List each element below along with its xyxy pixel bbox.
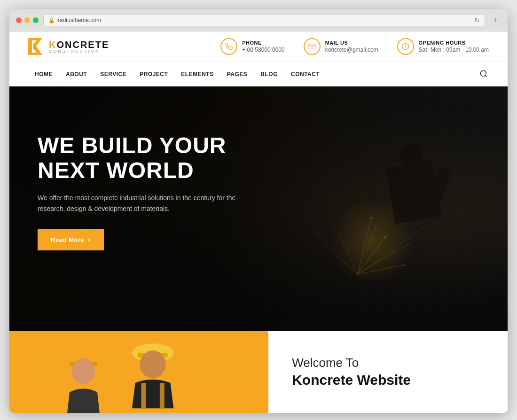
logo-name: KONCRETE (49, 40, 109, 49)
maximize-dot[interactable] (33, 17, 39, 23)
welcome-brand: Koncrete Website (292, 372, 484, 388)
address-bar[interactable]: 🔒 radiustheme.com ↻ (43, 14, 485, 26)
phone-label: Phone (242, 40, 284, 46)
browser-chrome: 🔒 radiustheme.com ↻ + (9, 9, 508, 31)
svg-point-22 (72, 358, 95, 384)
nav-item-home[interactable]: HOME (28, 63, 59, 85)
nav-item-about[interactable]: ABOUT (59, 63, 94, 85)
mail-label: Mail Us (325, 40, 378, 46)
lock-icon: 🔒 (48, 17, 55, 23)
hours-label: Opening Hours (419, 40, 489, 46)
hero-section: WE BUILD YOUR NEXT WORLD We offer the mo… (9, 86, 508, 331)
mail-info: Mail Us koncrete@gmail.com (304, 38, 378, 55)
svg-rect-26 (141, 383, 146, 408)
welcome-section: Welcome To Koncrete Website (9, 331, 508, 413)
hero-title-line1: WE BUILD YOUR (38, 133, 226, 158)
close-dot[interactable] (16, 17, 22, 23)
logo-subtitle: CONSTRUCTION (49, 49, 109, 54)
svg-line-4 (485, 75, 486, 77)
mail-value: koncrete@gmail.com (325, 47, 378, 53)
hero-cta-label: Read More (51, 236, 84, 243)
nav-item-contact[interactable]: CONTACT (284, 63, 326, 85)
navbar: HOME ABOUT SERVICE PROJECT ELEMENTS PAGE… (9, 62, 508, 86)
logo-icon (28, 38, 45, 55)
browser-dots (16, 17, 39, 23)
browser-window: 🔒 radiustheme.com ↻ + KONCRETE (9, 9, 508, 413)
logo[interactable]: KONCRETE CONSTRUCTION (28, 38, 109, 55)
nav-link-pages[interactable]: PAGES (220, 63, 254, 85)
search-icon[interactable] (479, 70, 489, 79)
nav-link-about[interactable]: ABOUT (59, 63, 94, 85)
nav-link-service[interactable]: SERVICE (94, 63, 133, 85)
new-tab-button[interactable]: + (490, 15, 501, 26)
nav-links: HOME ABOUT SERVICE PROJECT ELEMENTS PAGE… (28, 63, 479, 85)
refresh-button[interactable]: ↻ (474, 16, 480, 24)
welcome-image-area (9, 331, 268, 413)
nav-item-service[interactable]: SERVICE (94, 63, 133, 85)
welcome-text: Welcome To Koncrete Website (268, 331, 508, 413)
nav-item-elements[interactable]: ELEMENTS (174, 63, 220, 85)
hours-info: Opening Hours Sat- Mon : 09am - 10.00 am (397, 38, 489, 55)
worker-illustration (9, 331, 268, 413)
mail-icon (304, 38, 321, 55)
svg-point-3 (480, 70, 486, 76)
welcome-heading: Welcome To (292, 356, 484, 370)
svg-marker-1 (33, 38, 42, 55)
nav-link-contact[interactable]: CONTACT (284, 63, 326, 85)
url-text: radiustheme.com (58, 17, 101, 23)
svg-rect-27 (160, 383, 164, 408)
hero-title-line2: NEXT WORLD (38, 158, 194, 183)
nav-item-pages[interactable]: PAGES (220, 63, 254, 85)
website-content: KONCRETE CONSTRUCTION Phone + 00 58000 (9, 31, 508, 413)
hours-details: Opening Hours Sat- Mon : 09am - 10.00 am (419, 40, 489, 53)
hero-title: WE BUILD YOUR NEXT WORLD (38, 133, 263, 183)
hero-subtitle: We offer the most complete industrial so… (38, 193, 263, 215)
hero-cta-button[interactable]: Read More › (38, 229, 104, 250)
nav-link-home[interactable]: HOME (28, 63, 59, 85)
nav-link-project[interactable]: PROJECT (133, 63, 174, 85)
svg-point-25 (140, 350, 166, 378)
hero-content: WE BUILD YOUR NEXT WORLD We offer the mo… (9, 86, 291, 297)
logo-text: KONCRETE CONSTRUCTION (49, 40, 109, 54)
phone-value: + 00 58000 0000 (242, 47, 284, 53)
clock-icon (397, 38, 414, 55)
phone-info: Phone + 00 58000 0000 (220, 38, 284, 55)
phone-details: Phone + 00 58000 0000 (242, 40, 284, 53)
nav-link-blog[interactable]: BLOG (254, 63, 284, 85)
minimize-dot[interactable] (24, 17, 30, 23)
logo-k-letter: K (49, 39, 56, 50)
nav-item-blog[interactable]: BLOG (254, 63, 284, 85)
hours-value: Sat- Mon : 09am - 10.00 am (419, 47, 489, 53)
phone-icon (220, 38, 237, 55)
mail-details: Mail Us koncrete@gmail.com (325, 40, 378, 53)
header-info: Phone + 00 58000 0000 Mail Us koncret (220, 38, 489, 55)
nav-item-project[interactable]: PROJECT (133, 63, 174, 85)
top-header: KONCRETE CONSTRUCTION Phone + 00 58000 (9, 31, 508, 62)
nav-link-elements[interactable]: ELEMENTS (174, 63, 220, 85)
hero-cta-arrow: › (88, 235, 91, 244)
